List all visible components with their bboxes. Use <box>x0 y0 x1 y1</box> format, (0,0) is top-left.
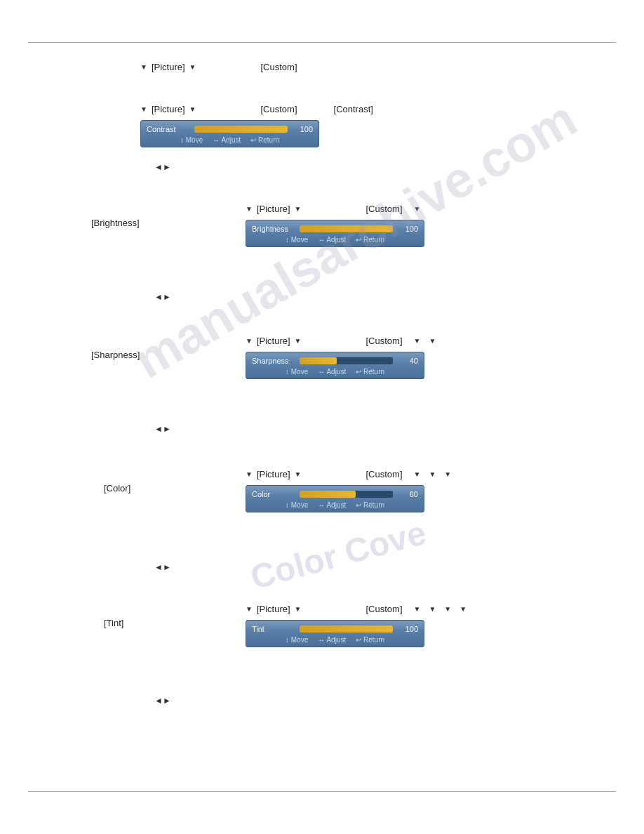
tint-arrow2: ▼ <box>295 605 302 613</box>
sharpness-arrow2: ▼ <box>295 337 302 345</box>
contrast-label-nav: [Contrast] <box>334 104 373 114</box>
color-left-label: [Color] <box>104 483 130 494</box>
picture-label1: [Picture] <box>152 62 185 72</box>
contrast-custom: [Custom] <box>261 104 297 114</box>
color-arrow1: ▼ <box>246 470 253 478</box>
brightness-picture: [Picture] <box>257 204 290 214</box>
brightness-value: 100 <box>398 225 418 233</box>
tint-section: ▼ [Picture] ▼ [Custom] ▼ ▼ ▼ ▼ Tint 100 … <box>246 604 467 647</box>
arrow2: ▼ <box>189 63 196 71</box>
brightness-track[interactable] <box>300 225 393 232</box>
color-move: ↕ Move <box>286 501 308 509</box>
tint-arrow5: ▼ <box>444 605 451 613</box>
brightness-section: ▼ [Picture] ▼ [Custom] ▼ Brightness 100 … <box>246 204 424 247</box>
sharpness-move: ↕ Move <box>286 368 308 376</box>
tint-picture: [Picture] <box>257 604 290 614</box>
contrast-slider-label: Contrast <box>147 125 189 133</box>
brightness-arrow3: ▼ <box>414 205 421 213</box>
contrast-controls: ↕ Move ↔ Adjust ↩ Return <box>147 136 313 144</box>
tint-controls: ↕ Move ↔ Adjust ↩ Return <box>252 636 418 644</box>
sharpness-arrow1: ▼ <box>246 337 253 345</box>
brightness-lr-arrows: ◄► <box>154 292 171 302</box>
brightness-arrow1: ▼ <box>246 205 253 213</box>
color-section: ▼ [Picture] ▼ [Custom] ▼ ▼ ▼ Color 60 ↕ … <box>246 469 451 512</box>
contrast-section: ▼ [Picture] ▼ [Custom] [Contrast] Contra… <box>140 104 373 147</box>
color-slider-label: Color <box>252 490 294 498</box>
tint-lr-arrows: ◄► <box>154 696 171 706</box>
color-fill <box>300 491 356 498</box>
brightness-return: ↩ Return <box>356 236 384 244</box>
sharpness-slider-panel: Sharpness 40 ↕ Move ↔ Adjust ↩ Return <box>246 352 424 379</box>
color-custom: [Custom] <box>366 469 403 479</box>
contrast-slider-row: Contrast 100 <box>147 125 313 133</box>
sharpness-arrow3: ▼ <box>414 337 421 345</box>
color-return: ↩ Return <box>356 501 384 509</box>
top-rule <box>28 42 616 43</box>
color-arrow4: ▼ <box>429 470 436 478</box>
contrast-slider-panel: Contrast 100 ↕ Move ↔ Adjust ↩ Return <box>140 120 319 147</box>
brightness-label: [Brightness] <box>91 218 140 228</box>
contrast-lr: ◄► <box>154 161 171 172</box>
sharpness-picture: [Picture] <box>257 336 290 346</box>
color-lr: ◄► <box>154 562 171 572</box>
color-arrow2: ▼ <box>295 470 302 478</box>
color-picture: [Picture] <box>257 469 290 479</box>
sharpness-adjust: ↔ Adjust <box>318 368 346 376</box>
brightness-slider-label: Brightness <box>252 225 294 233</box>
brightness-slider-panel: Brightness 100 ↕ Move ↔ Adjust ↩ Return <box>246 220 424 247</box>
sharpness-value: 40 <box>398 357 418 365</box>
brightness-lr: ◄► <box>154 291 171 302</box>
arrow1: ▼ <box>140 63 147 71</box>
contrast-arrow2: ▼ <box>189 105 196 113</box>
color-track[interactable] <box>300 491 393 498</box>
sharpness-custom: [Custom] <box>366 336 403 346</box>
contrast-track[interactable] <box>194 126 288 133</box>
tint-track[interactable] <box>300 626 393 633</box>
sharpness-slider-label: Sharpness <box>252 357 294 365</box>
color-arrow3: ▼ <box>414 470 421 478</box>
brightness-slider-row: Brightness 100 <box>252 225 418 233</box>
contrast-nav-row1: ▼ [Picture] ▼ [Custom] <box>140 62 297 72</box>
color-slider-row: Color 60 <box>252 490 418 498</box>
tint-value: 100 <box>398 625 418 633</box>
tint-arrow3: ▼ <box>414 605 421 613</box>
contrast-move: ↕ Move <box>180 136 203 144</box>
tint-adjust: ↔ Adjust <box>318 636 346 644</box>
contrast-value: 100 <box>293 125 313 133</box>
brightness-adjust: ↔ Adjust <box>318 236 346 244</box>
tint-custom: [Custom] <box>366 604 403 614</box>
tint-label: [Tint] <box>104 618 123 628</box>
sharpness-section: ▼ [Picture] ▼ [Custom] ▼ ▼ Sharpness 40 … <box>246 336 436 379</box>
color-lr-arrows: ◄► <box>154 562 171 572</box>
contrast-arrow1: ▼ <box>140 105 147 113</box>
color-cove-label: Color Cove <box>246 513 430 597</box>
color-adjust: ↔ Adjust <box>318 501 346 509</box>
contrast-adjust: ↔ Adjust <box>213 136 241 144</box>
color-controls: ↕ Move ↔ Adjust ↩ Return <box>252 501 418 509</box>
brightness-controls: ↕ Move ↔ Adjust ↩ Return <box>252 236 418 244</box>
sharpness-fill <box>300 357 337 364</box>
contrast-lr-arrows: ◄► <box>154 162 171 172</box>
bottom-rule <box>28 791 616 792</box>
custom-label1: [Custom] <box>261 62 297 72</box>
sharpness-slider-row: Sharpness 40 <box>252 357 418 365</box>
tint-fill <box>300 626 393 633</box>
brightness-move: ↕ Move <box>286 236 308 244</box>
color-arrow5: ▼ <box>444 470 451 478</box>
brightness-custom: [Custom] <box>366 204 403 214</box>
contrast-picture: [Picture] <box>152 104 185 114</box>
tint-left-label: [Tint] <box>104 618 123 628</box>
sharpness-controls: ↕ Move ↔ Adjust ↩ Return <box>252 368 418 376</box>
brightness-left-label: [Brightness] <box>91 218 140 228</box>
sharpness-return: ↩ Return <box>356 368 384 376</box>
sharpness-lr-arrows: ◄► <box>154 424 171 434</box>
sharpness-track[interactable] <box>300 357 393 364</box>
tint-lr: ◄► <box>154 695 171 706</box>
tint-arrow4: ▼ <box>429 605 436 613</box>
sharpness-lr: ◄► <box>154 423 171 434</box>
page-container: manualsarchive.com Color Cove ▼ [Picture… <box>0 0 644 834</box>
tint-slider-panel: Tint 100 ↕ Move ↔ Adjust ↩ Return <box>246 620 424 647</box>
color-slider-panel: Color 60 ↕ Move ↔ Adjust ↩ Return <box>246 485 424 512</box>
brightness-fill <box>300 225 393 232</box>
sharpness-label: [Sharpness] <box>91 350 140 360</box>
